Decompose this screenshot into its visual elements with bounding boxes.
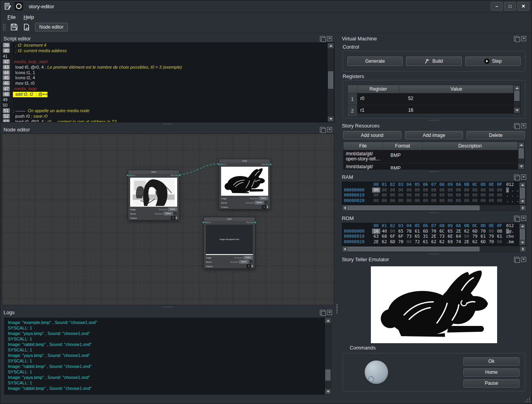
hex-byte-cell[interactable]: 62: [471, 239, 479, 245]
hex-byte-cell[interactable]: 6E: [446, 234, 454, 239]
toolbar-drag-handle[interactable]: [3, 24, 6, 31]
hex-byte-cell[interactable]: 00: [479, 198, 487, 204]
outputs-spinbox[interactable]: 1: [171, 216, 177, 220]
hex-byte-cell[interactable]: 00: [397, 198, 405, 204]
hex-byte-cell[interactable]: 63: [372, 234, 380, 239]
splitter-handle[interactable]: [429, 120, 439, 121]
save-icon[interactable]: [10, 23, 18, 31]
outputs-spinbox[interactable]: 1: [262, 205, 268, 209]
panel-float-icon[interactable]: [514, 123, 519, 128]
hex-byte-cell[interactable]: 69: [446, 239, 454, 245]
hex-byte-cell[interactable]: 2E: [463, 239, 471, 245]
code-editor[interactable]: 39 ; t2: increment 440 ; t3: current med…: [2, 43, 327, 122]
panel-float-icon[interactable]: [320, 127, 325, 132]
register-row[interactable]: 1r052: [348, 93, 514, 105]
panel-close-icon[interactable]: ✕: [521, 175, 526, 180]
hex-byte-cell[interactable]: 00: [471, 198, 479, 204]
hex-byte-cell[interactable]: 61: [479, 234, 487, 239]
hex-byte-cell[interactable]: 00: [496, 198, 504, 204]
hex-byte-cell[interactable]: 00: [496, 187, 504, 193]
panel-close-icon[interactable]: ✕: [327, 36, 332, 41]
splitter-handle[interactable]: [163, 124, 173, 125]
hex-byte-cell[interactable]: 00: [454, 193, 463, 198]
hex-byte-cell[interactable]: 6D: [389, 239, 397, 245]
port-in-dot[interactable]: [127, 175, 129, 176]
panel-close-icon[interactable]: ✕: [521, 36, 526, 41]
hex-byte-cell[interactable]: 40: [380, 229, 389, 234]
hex-byte-cell[interactable]: 00: [471, 193, 479, 198]
hex-byte-cell[interactable]: 61: [421, 239, 430, 245]
hex-byte-cell[interactable]: 00: [430, 193, 438, 198]
hex-byte-cell[interactable]: 6F: [389, 234, 397, 239]
hex-byte-cell[interactable]: 2E: [454, 229, 463, 234]
column-splitter-handle[interactable]: [336, 304, 338, 314]
sound-play-button[interactable]: [265, 201, 268, 204]
registers-scrollbar[interactable]: [514, 85, 520, 113]
hex-byte-cell[interactable]: 68: [380, 234, 389, 239]
hex-byte-cell[interactable]: 00: [496, 193, 504, 198]
hex-byte-cell[interactable]: 00: [463, 193, 471, 198]
port-out-dot[interactable]: [254, 222, 256, 223]
hex-byte-cell[interactable]: 00: [479, 193, 487, 198]
port-out-dot[interactable]: [270, 164, 271, 165]
hex-byte-cell[interactable]: 00: [389, 187, 397, 193]
rom-hex-view[interactable]: 000102030405060708090A0B0C0D0E0F01200000…: [342, 223, 519, 246]
splitter-handle[interactable]: [429, 253, 439, 255]
splitter-handle[interactable]: [429, 212, 439, 213]
hex-byte-cell[interactable]: 65: [413, 234, 421, 239]
hex-byte-cell[interactable]: 16: [372, 229, 380, 234]
rom-v-scrollbar[interactable]: [519, 223, 526, 246]
rom-h-scrollbar[interactable]: [342, 246, 526, 252]
generate-button[interactable]: Generate: [347, 56, 403, 66]
hex-byte-cell[interactable]: 00: [496, 239, 504, 245]
hex-byte-cell[interactable]: 74: [454, 239, 463, 245]
hex-byte-cell[interactable]: 64: [454, 234, 463, 239]
hex-row[interactable]: 0000002000000000000000000000000000000000…: [342, 198, 519, 204]
delete-button[interactable]: Delete: [467, 131, 525, 139]
image-select-button[interactable]: Select: [259, 197, 268, 200]
hex-byte-cell[interactable]: 00: [463, 198, 471, 204]
hex-byte-cell[interactable]: 70: [430, 229, 438, 234]
pause-button[interactable]: Pause: [463, 379, 519, 388]
hex-byte-cell[interactable]: 61: [413, 229, 421, 234]
hex-byte-cell[interactable]: 00: [421, 193, 430, 198]
port-out-dot[interactable]: [179, 175, 180, 176]
hex-byte-cell[interactable]: 6D: [421, 229, 430, 234]
hex-byte-cell[interactable]: 00: [487, 198, 496, 204]
outputs-spinbox[interactable]: 1: [247, 264, 253, 268]
resource-row[interactable]: /mnt/data/git/open-story-tellBMP: [343, 163, 518, 170]
export-file-icon[interactable]: [22, 23, 31, 31]
hex-byte-cell[interactable]: 00: [380, 193, 389, 198]
panel-close-icon[interactable]: ✕: [521, 123, 526, 128]
hex-byte-cell[interactable]: 79: [471, 234, 479, 239]
hex-byte-cell[interactable]: 00: [380, 198, 389, 204]
sound-play-button[interactable]: [174, 212, 177, 215]
hex-byte-cell[interactable]: 62: [463, 229, 471, 234]
hex-byte-cell[interactable]: 00: [430, 187, 438, 193]
node-editor-toolbar-button[interactable]: Node editor: [35, 23, 68, 31]
hex-byte-cell[interactable]: 6C: [438, 229, 446, 234]
hex-byte-cell[interactable]: 00: [389, 198, 397, 204]
sound-select-button[interactable]: Select: [254, 201, 264, 204]
menu-file[interactable]: File: [4, 14, 19, 20]
node-rabbit[interactable]: NodePort InPort OutImageTextLabelSelectS…: [219, 159, 271, 209]
hex-byte-cell[interactable]: 72: [413, 239, 421, 245]
hex-byte-cell[interactable]: 00: [446, 187, 454, 193]
script-scrollbar[interactable]: [327, 43, 334, 122]
hex-byte-cell[interactable]: 00: [380, 187, 389, 193]
image-select-button[interactable]: Select: [168, 207, 177, 211]
hex-byte-cell[interactable]: 00: [479, 187, 487, 193]
hex-byte-cell[interactable]: 00: [372, 198, 380, 204]
hex-row[interactable]: 0000000000000000000000000000000000000000…: [342, 187, 519, 193]
logs-scrollbar[interactable]: [325, 318, 331, 395]
hex-byte-cell[interactable]: 00: [389, 229, 397, 234]
node-canvas[interactable]: NodePort InPort OutImageTextLabelSelectS…: [2, 133, 334, 305]
port-in-dot[interactable]: [203, 222, 204, 223]
sound-select-button[interactable]: Select: [163, 212, 173, 215]
resources-scrollbar[interactable]: [518, 142, 525, 169]
step-button[interactable]: Step: [465, 56, 521, 66]
hex-byte-cell[interactable]: 00: [405, 193, 413, 198]
hex-byte-cell[interactable]: 62: [380, 239, 389, 245]
hex-byte-cell[interactable]: 65: [397, 229, 405, 234]
hex-byte-cell[interactable]: 6D: [471, 229, 479, 234]
